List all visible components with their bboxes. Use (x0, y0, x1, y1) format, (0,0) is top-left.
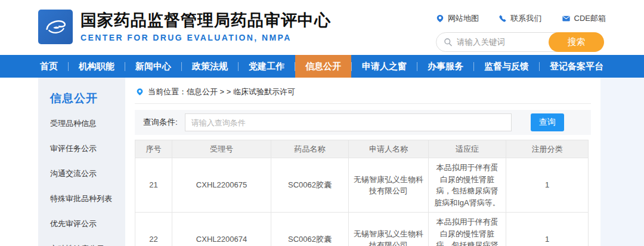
sidebar-item-special-approval-list[interactable]: 特殊审批品种列表 (50, 193, 125, 204)
col-header-indication: 适应症 (429, 140, 506, 158)
nav-item-policies[interactable]: 政策法规 (182, 55, 238, 78)
left-gutter (0, 78, 38, 246)
cell-drug-name: SC0062胶囊 (271, 213, 349, 246)
query-button[interactable]: 查询 (531, 113, 564, 131)
table-row: 21 CXHL2200675 SC0062胶囊 无锡智康弘义生物科技有限公司 本… (135, 158, 589, 213)
right-background-strip (600, 78, 644, 246)
sidebar-title: 信息公开 (50, 91, 125, 106)
phone-icon (499, 14, 507, 23)
nav-item-information-disclosure[interactable]: 信息公开 (295, 55, 351, 78)
nav-item-supervision-feedback[interactable]: 监督与反馈 (474, 55, 539, 78)
location-pin-icon (436, 14, 444, 23)
nav-item-functions[interactable]: 机构职能 (69, 55, 125, 78)
nav-item-news[interactable]: 新闻中心 (125, 55, 181, 78)
sidebar-item-accepted-varieties[interactable]: 受理品种信息 (50, 118, 125, 129)
cell-acceptance-no: CXHL2200674 (172, 213, 271, 246)
contact-link[interactable]: 联系我们 (499, 13, 541, 24)
cell-applicant: 无锡智康弘义生物科技有限公司 (349, 158, 429, 213)
sidebar-item-breakthrough-therapy[interactable]: 突破性治疗公示 (50, 244, 125, 246)
col-header-registration-class: 注册分类 (506, 140, 589, 158)
main-nav: 首页 机构职能 新闻中心 政策法规 党建工作 信息公开 申请人之窗 办事服务 监… (0, 55, 644, 78)
table-header-row: 序号 受理号 药品名称 申请人名称 适应症 注册分类 (135, 140, 589, 158)
cde-logo-icon (38, 10, 73, 44)
query-input[interactable] (185, 113, 512, 131)
sitemap-link[interactable]: 网站地图 (436, 13, 479, 24)
col-header-seq: 序号 (135, 140, 172, 158)
query-bar: 查询条件: 查询 (135, 110, 591, 135)
col-header-drug-name: 药品名称 (271, 140, 349, 158)
table-row: 22 CXHL2200674 SC0062胶囊 无锡智康弘义生物科技有限公司 本… (135, 213, 589, 246)
nav-item-party-building[interactable]: 党建工作 (239, 55, 295, 78)
nav-item-registration-platform[interactable]: 登记备案平台 (540, 55, 614, 78)
site-subtitle: CENTER FOR DRUG EVALUATION, NMPA (80, 33, 331, 42)
mail-label: CDE邮箱 (574, 13, 606, 24)
sidebar-item-communication[interactable]: 沟通交流公示 (50, 168, 125, 179)
header-search: 搜索 (436, 32, 604, 52)
cell-applicant: 无锡智康弘义生物科技有限公司 (349, 213, 429, 246)
cell-drug-name: SC0062胶囊 (271, 158, 349, 213)
content-area: 信息公开 受理品种信息 审评任务公示 沟通交流公示 特殊审批品种列表 优先审评公… (0, 78, 644, 246)
breadcrumb: 当前位置：信息公开 > > 临床试验默示许可 (135, 78, 591, 104)
cell-acceptance-no: CXHL2200675 (172, 158, 271, 213)
main-panel: 当前位置：信息公开 > > 临床试验默示许可 查询条件: 查询 序号 受理号 药… (125, 78, 600, 246)
cell-indication: 本品拟用于伴有蛋白尿的慢性肾脏病，包括糖尿病肾脏病和IgA肾病等。 (429, 158, 506, 213)
cell-seq: 22 (135, 213, 172, 246)
nav-item-home[interactable]: 首页 (30, 55, 68, 78)
cell-registration-class: 1 (506, 158, 589, 213)
col-header-acceptance-no: 受理号 (172, 140, 271, 158)
cell-indication: 本品拟用于伴有蛋白尿的慢性肾脏病，包括糖尿病肾脏病和IgA肾病等。 (429, 213, 506, 246)
site-header: 国家药品监督管理局药品审评中心 CENTER FOR DRUG EVALUATI… (0, 0, 644, 55)
nav-item-services[interactable]: 办事服务 (417, 55, 473, 78)
location-pin-icon (136, 88, 144, 96)
site-title: 国家药品监督管理局药品审评中心 (80, 11, 331, 30)
cell-seq: 21 (135, 158, 172, 213)
contact-label: 联系我们 (510, 13, 541, 24)
sidebar: 信息公开 受理品种信息 审评任务公示 沟通交流公示 特殊审批品种列表 优先审评公… (38, 78, 125, 246)
brand-text: 国家药品监督管理局药品审评中心 CENTER FOR DRUG EVALUATI… (80, 11, 331, 42)
brand: 国家药品监督管理局药品审评中心 CENTER FOR DRUG EVALUATI… (38, 10, 331, 44)
mail-link[interactable]: CDE邮箱 (562, 13, 606, 24)
keyword-input[interactable] (457, 38, 549, 47)
search-icon (444, 38, 453, 47)
query-label: 查询条件: (143, 117, 178, 128)
envelope-icon (562, 14, 571, 23)
sidebar-item-priority-review[interactable]: 优先审评公示 (50, 219, 125, 229)
sitemap-label: 网站地图 (448, 13, 479, 24)
quick-links: 网站地图 联系我们 CDE邮箱 (436, 13, 606, 24)
breadcrumb-text: 当前位置：信息公开 > > 临床试验默示许可 (148, 87, 295, 97)
nav-item-applicant-window[interactable]: 申请人之窗 (352, 55, 417, 78)
search-button[interactable]: 搜索 (549, 32, 604, 52)
sidebar-item-review-tasks[interactable]: 审评任务公示 (50, 143, 125, 154)
results-table: 序号 受理号 药品名称 申请人名称 适应症 注册分类 21 CXHL220067… (135, 140, 589, 246)
col-header-applicant: 申请人名称 (349, 140, 429, 158)
cell-registration-class: 1 (506, 213, 589, 246)
page: 国家药品监督管理局药品审评中心 CENTER FOR DRUG EVALUATI… (0, 0, 644, 246)
